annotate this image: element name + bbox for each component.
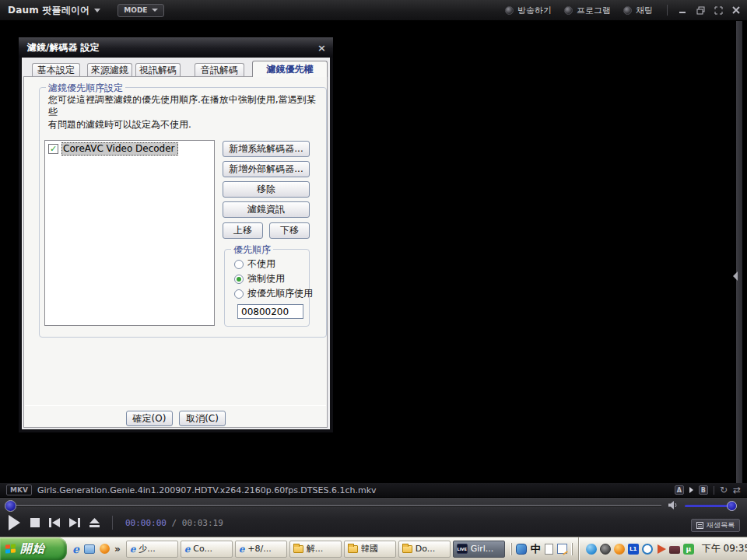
ok-button[interactable]: 確定(O) — [126, 411, 173, 426]
internet-explorer-icon: e — [130, 544, 136, 554]
tab-source-filter[interactable]: 來源濾鏡 — [87, 63, 132, 77]
language-bar-grip[interactable] — [571, 543, 573, 555]
add-system-decoder-button[interactable]: 新增系統解碼器... — [223, 141, 310, 157]
play-button[interactable] — [8, 515, 21, 530]
tab-audio-decoder[interactable]: 音訊解碼 — [195, 63, 244, 77]
shuffle-icon[interactable]: ⇄ — [733, 485, 741, 495]
radio-use-by-priority[interactable]: 按優先順序使用 — [234, 287, 313, 300]
utorrent-tray-icon[interactable]: µ — [683, 544, 694, 555]
dialog-titlebar[interactable]: 濾鏡/解碼器 設定 × — [19, 37, 333, 58]
dialog-close-icon[interactable]: × — [317, 43, 326, 53]
start-button[interactable]: 開始 — [0, 537, 67, 560]
radio-do-not-use[interactable]: 不使用 — [234, 257, 275, 271]
list-item[interactable]: ✓ CoreAVC Video Decoder — [45, 141, 214, 156]
broadcast-button[interactable]: 방송하기 — [505, 5, 552, 16]
taskbar-button-folder-2[interactable]: 韓國 — [344, 541, 396, 558]
previous-button[interactable] — [49, 518, 60, 527]
taskbar-button-ie-3[interactable]: e +8/... — [235, 541, 287, 558]
volume-slider[interactable] — [685, 505, 733, 507]
show-desktop-icon[interactable] — [84, 544, 95, 554]
merit-value-input[interactable] — [237, 304, 303, 319]
task-buttons: e 少... e Co... e +8/... 解... 韓國 Do... LI… — [126, 541, 505, 558]
move-down-button[interactable]: 下移 — [269, 222, 310, 239]
eject-button[interactable] — [89, 518, 100, 527]
time-separator: / — [172, 518, 177, 528]
clock-app-tray-icon[interactable] — [600, 544, 611, 555]
potplayer-live-icon: LIVE — [457, 544, 468, 554]
mode-caret-icon — [152, 9, 158, 12]
language-bar-grip[interactable] — [510, 543, 512, 555]
ime-icon[interactable] — [516, 544, 527, 555]
restore-icon[interactable] — [693, 3, 707, 17]
task-button-label: Do... — [416, 544, 436, 554]
filter-decoder-settings-dialog: 濾鏡/解碼器 設定 × 基本設定 來源濾鏡 視訊解碼 音訊解碼 濾鏡優先權 濾鏡… — [19, 37, 333, 432]
volume-thumb[interactable] — [727, 501, 737, 511]
task-button-label: +8/... — [247, 544, 271, 554]
messenger-tray-icon[interactable] — [586, 544, 597, 555]
playlist-panel-edge[interactable] — [736, 21, 742, 483]
minimize-icon[interactable] — [675, 3, 689, 17]
taskbar-button-folder-1[interactable]: 解... — [289, 541, 342, 558]
emule-tray-icon[interactable] — [642, 544, 653, 555]
radio-selected-icon[interactable] — [234, 275, 244, 284]
seek-slider[interactable] — [11, 505, 661, 507]
app-menu-caret-icon — [94, 9, 100, 12]
radio-label: 不使用 — [247, 257, 275, 271]
speaker-icon[interactable] — [668, 501, 679, 509]
chat-button[interactable]: 채팅 — [623, 5, 653, 16]
ab-repeat-arrow-icon — [689, 487, 693, 493]
close-window-icon[interactable] — [729, 3, 743, 17]
tab-basic-settings[interactable]: 基本設定 — [32, 63, 80, 77]
mode-button[interactable]: MODE — [117, 4, 163, 17]
internet-explorer-icon[interactable]: e — [72, 544, 79, 555]
taskbar-clock: 下午 09:35 — [702, 542, 747, 555]
chat-label: 채팅 — [636, 5, 653, 16]
seek-thumb[interactable] — [5, 500, 16, 512]
filter-info-button[interactable]: 濾鏡資訊 — [223, 201, 310, 218]
volume-tray-icon[interactable] — [658, 544, 666, 554]
cancel-button[interactable]: 取消(C) — [179, 411, 226, 426]
windows-flag-icon — [5, 544, 16, 553]
taskbar-button-ie-1[interactable]: e 少... — [126, 541, 178, 558]
video-screen[interactable]: 濾鏡/解碼器 設定 × 基本設定 來源濾鏡 視訊解碼 音訊解碼 濾鏡優先權 濾鏡… — [0, 21, 747, 483]
orange-ball-icon[interactable] — [100, 544, 110, 554]
filter-listbox[interactable]: ✓ CoreAVC Video Decoder — [44, 140, 215, 326]
radio-icon[interactable] — [234, 260, 244, 269]
task-button-label: 少... — [139, 543, 156, 555]
ime-chinese-indicator[interactable]: 中 — [531, 542, 541, 556]
playlist-button[interactable]: 재생목록 — [691, 519, 740, 532]
radio-icon[interactable] — [234, 289, 244, 299]
orange-ball-tray-icon[interactable] — [614, 544, 625, 555]
taskbar-button-potplayer[interactable]: LIVE Girl... — [453, 541, 505, 558]
handwriting-pad-icon[interactable] — [557, 544, 567, 554]
taskbar-button-folder-3[interactable]: Do... — [398, 541, 451, 558]
quick-launch: e » — [67, 544, 126, 555]
playlist-toggle-arrow-icon[interactable] — [733, 271, 738, 281]
broadcast-label: 방송하기 — [517, 5, 552, 16]
filter-checkbox[interactable]: ✓ — [48, 144, 58, 154]
remove-button[interactable]: 移除 — [223, 181, 310, 198]
media-info-bar: MKV Girls.Generation.Genie.4in1.200907.H… — [0, 483, 747, 497]
tab-video-decoder[interactable]: 視訊解碼 — [135, 63, 181, 77]
ab-repeat-b-button[interactable]: B — [699, 485, 708, 495]
task-button-label: 解... — [307, 543, 324, 555]
next-button[interactable] — [69, 518, 80, 527]
scanner-tray-icon[interactable] — [669, 546, 680, 554]
program-button[interactable]: 프로그램 — [564, 5, 611, 16]
ab-repeat-a-button[interactable]: A — [675, 485, 684, 495]
tab-filter-priority[interactable]: 濾鏡優先權 — [252, 61, 328, 77]
keyboard-layout-icon[interactable] — [545, 544, 553, 555]
l1-app-tray-icon[interactable]: L1 — [628, 544, 639, 555]
filter-item-label[interactable]: CoreAVC Video Decoder — [61, 142, 178, 156]
taskbar-button-ie-2[interactable]: e Co... — [181, 541, 233, 558]
repeat-icon[interactable]: ↻ — [720, 485, 728, 495]
radio-label: 強制使用 — [247, 272, 285, 285]
add-external-decoder-button[interactable]: 新增外部解碼器... — [223, 161, 310, 177]
fullscreen-icon[interactable] — [711, 3, 725, 17]
task-button-label: Girl... — [471, 544, 494, 554]
move-up-button[interactable]: 上移 — [223, 222, 263, 239]
stop-button[interactable] — [30, 518, 40, 527]
quick-launch-overflow-chevron[interactable]: » — [114, 544, 121, 555]
radio-force-use[interactable]: 強制使用 — [234, 272, 285, 285]
app-title[interactable]: Daum 팟플레이어 — [8, 4, 89, 17]
